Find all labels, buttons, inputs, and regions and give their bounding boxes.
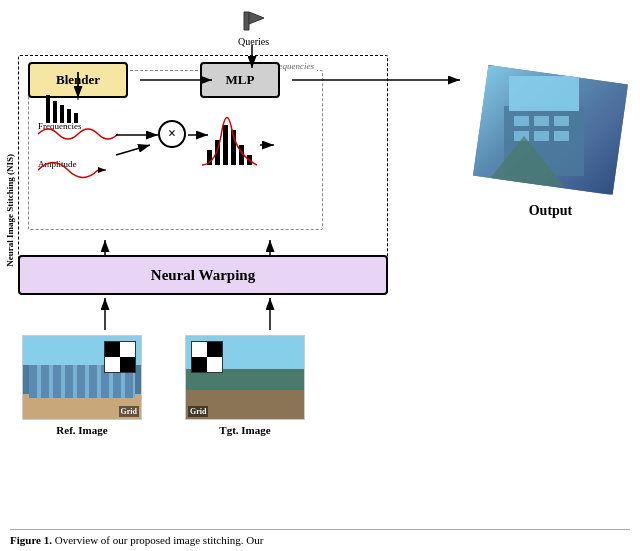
svg-rect-31 <box>534 131 549 141</box>
tgt-image-label: Tgt. Image <box>185 424 305 436</box>
mlp-label: MLP <box>226 72 255 88</box>
ref-grid-overlay <box>104 341 136 373</box>
svg-rect-28 <box>534 116 549 126</box>
sine-wave-freq <box>38 124 118 144</box>
grid-cell-bl <box>105 357 120 372</box>
neural-warping-box: Neural Warping <box>18 255 388 295</box>
output-building-svg <box>484 76 614 186</box>
main-container: Queries Neural Image Stitching (NIS) Dom… <box>0 0 640 551</box>
output-freq-chart <box>202 100 302 170</box>
neural-warping-label: Neural Warping <box>151 267 255 284</box>
tgt-grid-cell-br <box>207 357 222 372</box>
nis-label-container: Neural Image Stitching (NIS) <box>0 60 20 360</box>
blender-box: Blender <box>28 62 128 98</box>
queries-label: Queries <box>238 36 269 47</box>
tgt-grid-cell-tl <box>192 342 207 357</box>
svg-marker-15 <box>249 12 264 24</box>
svg-rect-27 <box>514 116 529 126</box>
multiply-symbol: × <box>158 120 186 148</box>
tgt-image-container: Grid Tgt. Image <box>185 335 305 436</box>
svg-rect-20 <box>223 125 228 165</box>
svg-rect-26 <box>509 76 579 111</box>
caption-figure-num: Figure 1. <box>10 534 52 546</box>
tgt-grid-label: Grid <box>188 406 208 417</box>
queries-area: Queries <box>238 8 269 47</box>
ref-image-container: Grid Ref. Image <box>22 335 142 436</box>
tgt-grid-cell-tr <box>207 342 222 357</box>
output-freq-area <box>202 100 302 174</box>
caption-description: Overview of our proposed image stitching… <box>55 534 264 546</box>
sine-wave-amp <box>38 160 118 180</box>
nis-label: Neural Image Stitching (NIS) <box>5 154 15 267</box>
queries-icon <box>239 8 269 36</box>
grid-cell-tl <box>105 342 120 357</box>
output-label: Output <box>529 203 573 219</box>
ref-grid-label: Grid <box>119 406 139 417</box>
grid-cell-tr <box>120 342 135 357</box>
ref-image-box: Grid <box>22 335 142 420</box>
tgt-grid-overlay <box>191 341 223 373</box>
blender-label: Blender <box>56 72 100 88</box>
svg-rect-29 <box>554 116 569 126</box>
svg-rect-32 <box>554 131 569 141</box>
figure-caption: Figure 1. Overview of our proposed image… <box>10 529 630 546</box>
output-area: Output <box>473 65 628 219</box>
tgt-grid-cell-bl <box>192 357 207 372</box>
output-image-box <box>473 65 628 195</box>
mlp-box: MLP <box>200 62 280 98</box>
grid-cell-br <box>120 357 135 372</box>
tgt-image-box: Grid <box>185 335 305 420</box>
ref-image-label: Ref. Image <box>22 424 142 436</box>
svg-marker-14 <box>244 12 249 30</box>
